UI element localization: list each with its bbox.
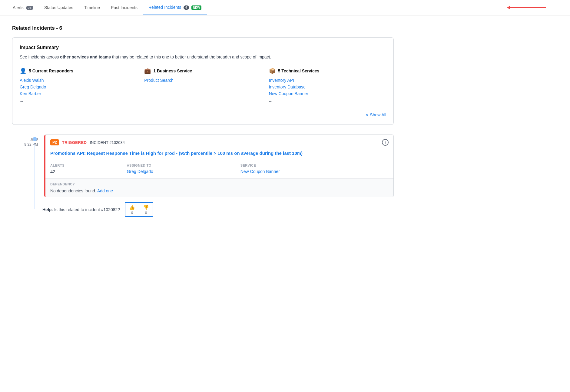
timeline-time-text: 9:32 PM bbox=[24, 142, 38, 147]
responder-link-alexis[interactable]: Alexis Walsh bbox=[20, 78, 137, 83]
responders-ellipsis: ... bbox=[20, 98, 137, 103]
tech-link-inventory-api[interactable]: Inventory API bbox=[269, 78, 386, 83]
responders-icon: 👤 bbox=[20, 68, 26, 74]
technical-services-header: 📦 5 Technical Services bbox=[269, 68, 386, 74]
nav-label-related: Related Incidents bbox=[148, 5, 181, 10]
service-meta-label: SERVICE bbox=[240, 164, 389, 167]
arrow-indicator bbox=[507, 6, 546, 9]
responder-link-greg[interactable]: Greg Delgado bbox=[20, 85, 137, 89]
nav-item-status-updates[interactable]: Status Updates bbox=[39, 0, 79, 15]
technical-services-label: 5 Technical Services bbox=[278, 68, 320, 73]
assigned-meta-col: ASSIGNED TO Greg Delgado bbox=[127, 164, 238, 174]
add-dep-link[interactable]: Add one bbox=[97, 188, 113, 193]
assigned-meta-value[interactable]: Greg Delgado bbox=[127, 169, 238, 174]
show-all-link[interactable]: ∨ Show All bbox=[366, 112, 386, 117]
timeline-dot bbox=[33, 137, 37, 141]
alerts-meta-col: ALERTS 42 bbox=[50, 164, 124, 174]
nav-label-timeline: Timeline bbox=[84, 5, 100, 10]
help-text: Help: Is this related to incident #10208… bbox=[42, 207, 120, 212]
thumbs-up-count: 0 bbox=[131, 211, 133, 214]
dependency-section: DEPENDENCY No dependencies found. Add on… bbox=[45, 178, 393, 197]
business-service-label: 1 Business Service bbox=[153, 68, 192, 73]
nav-item-related-incidents[interactable]: Related Incidents 6 NEW bbox=[143, 0, 207, 15]
timeline-dot-area bbox=[33, 137, 37, 141]
page-title: Related Incidents - 6 bbox=[12, 25, 394, 31]
tech-link-inventory-db[interactable]: Inventory Database bbox=[269, 85, 386, 89]
p2-badge: P2 bbox=[50, 139, 59, 145]
help-section: Help: Is this related to incident #10208… bbox=[12, 197, 394, 219]
main-content: Related Incidents - 6 Impact Summary See… bbox=[0, 15, 406, 229]
nav-label-past: Past Incidents bbox=[111, 5, 138, 10]
triggered-label: TRIGGERED bbox=[62, 140, 87, 145]
alerts-meta-label: ALERTS bbox=[50, 164, 124, 167]
nav-item-alerts[interactable]: Alerts 21 bbox=[7, 0, 39, 15]
thumbs-down-icon: 👎 bbox=[143, 204, 149, 210]
tech-services-ellipsis: ... bbox=[269, 98, 386, 103]
nav-label-alerts: Alerts bbox=[13, 5, 24, 10]
arrow-line bbox=[509, 7, 546, 8]
impact-card-description: See incidents across other services and … bbox=[20, 54, 386, 60]
technical-icon: 📦 bbox=[269, 68, 276, 74]
assigned-meta-label: ASSIGNED TO bbox=[127, 164, 238, 167]
dependency-text: No dependencies found. Add one bbox=[50, 188, 389, 193]
business-link-product-search[interactable]: Product Search bbox=[144, 78, 261, 83]
top-nav: Alerts 21 Status Updates Timeline Past I… bbox=[0, 0, 570, 15]
incident-title-link[interactable]: Promotions API: Request Response Time is… bbox=[45, 149, 393, 161]
vote-group: 👍 0 👎 0 bbox=[125, 202, 153, 217]
responder-link-ken[interactable]: Ken Barber bbox=[20, 91, 137, 96]
show-all-row: ∨ Show All bbox=[20, 109, 386, 117]
responders-label: 5 Current Responders bbox=[29, 68, 73, 73]
nav-label-status: Status Updates bbox=[44, 5, 73, 10]
dependency-label: DEPENDENCY bbox=[50, 182, 389, 186]
help-bold: Help: bbox=[42, 207, 53, 212]
incident-meta: ALERTS 42 ASSIGNED TO Greg Delgado SERVI… bbox=[45, 161, 393, 178]
business-service-column: 💼 1 Business Service Product Search bbox=[144, 68, 261, 103]
technical-services-column: 📦 5 Technical Services Inventory API Inv… bbox=[269, 68, 386, 103]
desc-text-start: See incidents across bbox=[20, 55, 60, 59]
new-badge: NEW bbox=[191, 5, 201, 10]
impact-grid: 👤 5 Current Responders Alexis Walsh Greg… bbox=[20, 68, 386, 103]
timeline-vertical-line bbox=[35, 143, 35, 209]
tech-link-coupon-banner[interactable]: New Coupon Banner bbox=[269, 91, 386, 96]
incident-header-left: P2 TRIGGERED INCIDENT #102084 bbox=[50, 139, 125, 145]
nav-badge-related: 6 bbox=[184, 5, 189, 10]
responders-header: 👤 5 Current Responders bbox=[20, 68, 137, 74]
thumbs-up-icon: 👍 bbox=[129, 204, 135, 210]
impact-card-title: Impact Summary bbox=[20, 45, 386, 50]
timeline-area: Jul 9 9:32 PM P2 TRIGGERED INCIDENT #102… bbox=[12, 135, 394, 197]
nav-item-timeline[interactable]: Timeline bbox=[79, 0, 105, 15]
nav-badge-alerts: 21 bbox=[26, 6, 33, 10]
thumbs-up-button[interactable]: 👍 0 bbox=[125, 202, 139, 217]
responders-column: 👤 5 Current Responders Alexis Walsh Greg… bbox=[20, 68, 137, 103]
impact-summary-card: Impact Summary See incidents across othe… bbox=[12, 37, 394, 125]
nav-item-past-incidents[interactable]: Past Incidents bbox=[105, 0, 143, 15]
no-dep-text: No dependencies found. bbox=[50, 188, 97, 193]
thumbs-down-button[interactable]: 👎 0 bbox=[139, 202, 153, 217]
business-service-header: 💼 1 Business Service bbox=[144, 68, 261, 74]
desc-bold: other services and teams bbox=[60, 55, 111, 59]
help-question-text: Is this related to incident #102082? bbox=[54, 207, 120, 212]
incident-card: P2 TRIGGERED INCIDENT #102084 i Promotio… bbox=[44, 135, 394, 197]
incident-header: P2 TRIGGERED INCIDENT #102084 i bbox=[45, 135, 393, 149]
service-meta-value[interactable]: New Coupon Banner bbox=[240, 169, 389, 174]
incident-number: INCIDENT #102084 bbox=[90, 140, 124, 145]
thumbs-down-count: 0 bbox=[145, 211, 147, 214]
info-icon[interactable]: i bbox=[382, 139, 389, 146]
desc-text-end: that may be related to this one to bette… bbox=[112, 55, 271, 59]
service-meta-col: SERVICE New Coupon Banner bbox=[240, 164, 389, 174]
business-icon: 💼 bbox=[144, 68, 151, 74]
timeline-left: Jul 9 9:32 PM bbox=[12, 135, 39, 197]
alerts-meta-value: 42 bbox=[50, 169, 124, 174]
